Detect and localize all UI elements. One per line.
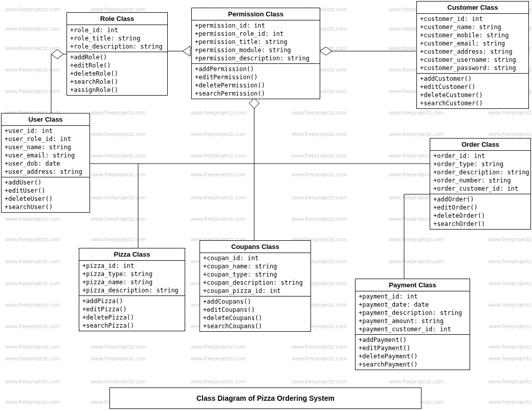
- watermark: www.freeprojectz.com: [389, 109, 444, 116]
- uml-member: +payment_amount: string: [359, 317, 467, 325]
- watermark: www.freeprojectz.com: [5, 355, 60, 361]
- uml-member: +user_email: string: [5, 151, 86, 159]
- class-ops: +addPizza()+editPizza()+deletePizza()+se…: [79, 296, 185, 331]
- uml-member: +editPayment(): [359, 344, 467, 352]
- uml-member: +searchCustomer(): [420, 99, 525, 107]
- watermark: www.freeprojectz.com: [191, 152, 246, 158]
- uml-member: +editRole(): [70, 61, 164, 70]
- uml-member: +coupan_name: string: [203, 262, 307, 270]
- uml-member: +searchOrder(): [433, 220, 527, 228]
- watermark: www.freeprojectz.com: [91, 194, 146, 200]
- class-attrs: +payment_id: int+payment_date: date+paym…: [356, 291, 470, 335]
- uml-member: +customer_name: string: [420, 23, 525, 31]
- class-user: User Class +user_id: int+user_role_id: i…: [1, 113, 90, 213]
- uml-member: +deletePayment(): [359, 352, 467, 360]
- uml-member: +role_description: string: [70, 42, 164, 51]
- uml-member: +order_description: string: [433, 168, 527, 176]
- uml-member: +searchPayment(): [359, 360, 467, 369]
- class-title: Role Class: [67, 13, 167, 25]
- uml-member: +order_type: string: [433, 160, 527, 168]
- watermark: www.freeprojectz.com: [5, 323, 60, 329]
- uml-member: +permission_description: string: [195, 54, 317, 62]
- class-ops: +addPayment()+editPayment()+deletePaymen…: [356, 335, 470, 370]
- class-title: Order Class: [430, 139, 530, 151]
- uml-member: +order_customer_id: int: [433, 185, 527, 193]
- watermark: www.freeprojectz.com: [489, 355, 532, 361]
- watermark: www.freeprojectz.com: [389, 258, 444, 264]
- watermark: www.freeprojectz.com: [489, 258, 532, 264]
- uml-member: +payment_date: date: [359, 301, 467, 309]
- uml-member: +permission_module: string: [195, 46, 317, 54]
- watermark: www.freeprojectz.com: [292, 344, 347, 350]
- diagram-caption: Class Diagram of Pizza Ordering System: [109, 387, 422, 409]
- watermark: www.freeprojectz.com: [489, 344, 532, 350]
- watermark: www.freeprojectz.com: [91, 152, 146, 158]
- watermark: www.freeprojectz.com: [5, 236, 60, 242]
- watermark: www.freeprojectz.com: [5, 258, 60, 264]
- class-title: Payment Class: [356, 279, 470, 291]
- uml-member: +payment_customer_id: int: [359, 325, 467, 333]
- uml-member: +order_id: int: [433, 152, 527, 160]
- uml-member: +user_id: int: [5, 127, 86, 135]
- uml-member: +addRole(): [70, 53, 164, 61]
- watermark: www.freeprojectz.com: [191, 216, 246, 222]
- uml-member: +addPayment(): [359, 336, 467, 344]
- uml-member: +deletePizza(): [82, 313, 182, 322]
- uml-member: +addOrder(): [433, 195, 527, 203]
- class-title: Permission Class: [192, 8, 320, 20]
- watermark: www.freeprojectz.com: [91, 355, 146, 361]
- class-coupans: Coupans Class +coupan_id: int+coupan_nam…: [199, 240, 311, 332]
- watermark: www.freeprojectz.com: [191, 171, 246, 177]
- watermark: www.freeprojectz.com: [389, 236, 444, 242]
- class-title: Coupans Class: [200, 241, 311, 253]
- watermark: www.freeprojectz.com: [191, 131, 246, 137]
- class-ops: +addCustomer()+editCustomer()+deleteCust…: [417, 74, 528, 108]
- watermark: www.freeprojectz.com: [292, 216, 347, 222]
- watermark: www.freeprojectz.com: [91, 131, 146, 137]
- uml-member: +coupan_type: string: [203, 270, 307, 279]
- uml-member: +addPermission(): [195, 65, 317, 73]
- uml-member: +pizza_type: string: [82, 270, 182, 278]
- uml-member: +permission_title: string: [195, 38, 317, 46]
- watermark: www.freeprojectz.com: [489, 378, 532, 384]
- class-attrs: +pizza_id: int+pizza_type: string+pizza_…: [79, 261, 185, 296]
- watermark: www.freeprojectz.com: [292, 355, 347, 361]
- class-ops: +addUser()+editUser()+deleteUser()+searc…: [2, 177, 90, 212]
- uml-member: +deleteCoupans(): [203, 314, 307, 322]
- class-ops: +addCoupans()+editCoupans()+deleteCoupan…: [200, 296, 311, 331]
- watermark: www.freeprojectz.com: [389, 378, 444, 384]
- uml-member: +pizza_description: string: [82, 286, 182, 294]
- watermark: www.freeprojectz.com: [5, 302, 60, 308]
- svg-marker-6: [320, 47, 332, 55]
- watermark: www.freeprojectz.com: [5, 6, 60, 12]
- watermark: www.freeprojectz.com: [91, 109, 146, 116]
- uml-member: +editCoupans(): [203, 306, 307, 314]
- watermark: www.freeprojectz.com: [489, 236, 532, 242]
- watermark: www.freeprojectz.com: [292, 109, 347, 116]
- class-attrs: +permission_id: int+permission_role_id: …: [192, 20, 320, 64]
- watermark: www.freeprojectz.com: [91, 378, 146, 384]
- watermark: www.freeprojectz.com: [489, 302, 532, 308]
- uml-member: +addCustomer(): [420, 75, 525, 83]
- uml-member: +coupan_description: string: [203, 279, 307, 287]
- uml-member: +editCustomer(): [420, 83, 525, 91]
- class-attrs: +coupan_id: int+coupan_name: string+coup…: [200, 253, 311, 296]
- watermark: www.freeprojectz.com: [5, 280, 60, 286]
- uml-member: +deleteUser(): [5, 195, 86, 203]
- watermark: www.freeprojectz.com: [91, 216, 146, 222]
- class-role: Role Class +role_id: int+role_title: str…: [66, 12, 168, 96]
- watermark: www.freeprojectz.com: [5, 378, 60, 384]
- uml-member: +user_dob: date: [5, 159, 86, 168]
- class-title: Pizza Class: [79, 248, 185, 261]
- class-attrs: +order_id: int+order_type: string+order_…: [430, 151, 530, 194]
- class-attrs: +customer_id: int+customer_name: string+…: [417, 14, 528, 74]
- uml-member: +addUser(): [5, 178, 86, 187]
- class-order: Order Class +order_id: int+order_type: s…: [430, 138, 531, 230]
- watermark: www.freeprojectz.com: [91, 236, 146, 242]
- watermark: www.freeprojectz.com: [292, 152, 347, 158]
- watermark: www.freeprojectz.com: [5, 399, 60, 405]
- uml-member: +editUser(): [5, 187, 86, 195]
- svg-marker-7: [249, 98, 259, 108]
- uml-member: +customer_username: string: [420, 56, 525, 64]
- class-payment: Payment Class +payment_id: int+payment_d…: [355, 279, 470, 370]
